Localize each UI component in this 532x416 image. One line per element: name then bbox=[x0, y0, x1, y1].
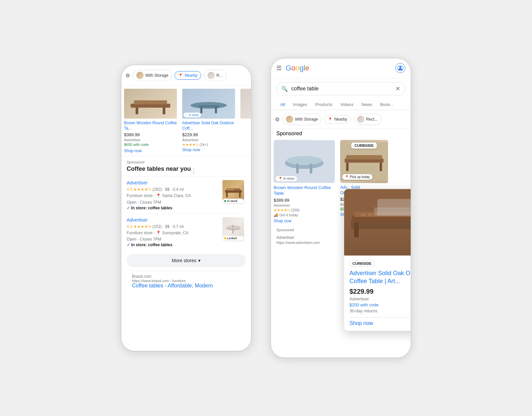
filter-chip-with-storage-left[interactable]: With Storage bbox=[133, 70, 172, 81]
pin-icon-2: 📍 bbox=[345, 175, 349, 179]
chip-label-rect-right: Rect... bbox=[366, 117, 378, 122]
google-g: G bbox=[286, 64, 291, 72]
chip-thumbnail-storage bbox=[136, 72, 144, 79]
right-product-name-1[interactable]: Brown Wooden Round Coffee Table bbox=[274, 185, 335, 196]
stars-store-2: ★★★★½ bbox=[133, 224, 151, 229]
svg-point-18 bbox=[399, 66, 401, 68]
popup-price: $229.99 bbox=[349, 288, 411, 295]
check-icon-2: ✓ bbox=[127, 243, 131, 247]
stars-store-1: ★★★★½ bbox=[133, 187, 151, 192]
product-seller-2: Advertiser bbox=[182, 138, 235, 142]
section-title-row: Coffee tables near you ⋮ bbox=[127, 165, 246, 176]
svg-rect-28 bbox=[346, 163, 348, 171]
store-location-2: Sunnyvale, CA bbox=[162, 231, 188, 235]
svg-rect-12 bbox=[227, 189, 230, 190]
more-options-icon[interactable]: ⋮ bbox=[191, 167, 197, 175]
tab-videos[interactable]: Videos bbox=[336, 99, 357, 110]
section-title: Coffee tables near you bbox=[127, 165, 191, 172]
store-name-1[interactable]: Advertiser bbox=[127, 180, 219, 185]
popup-seller: Advertiser bbox=[349, 296, 411, 301]
filter-icon-right[interactable]: ⚙ bbox=[275, 116, 280, 123]
shop-now-btn-2[interactable]: Shop now bbox=[182, 148, 235, 152]
product-image-3 bbox=[240, 89, 251, 119]
product-card-1: Brown Wooden Round Coffee Ta... $389.99 … bbox=[121, 86, 180, 156]
svg-rect-10 bbox=[226, 193, 228, 197]
right-product-image-1: 📍 In store bbox=[274, 140, 335, 183]
right-shop-btn-1[interactable]: Shop now bbox=[274, 219, 335, 223]
popup-badge-row: CURBSIDE bbox=[349, 260, 411, 267]
filter-chip-nearby-right[interactable]: 📍 Nearby bbox=[324, 115, 351, 124]
distance-sep-2: · bbox=[171, 224, 173, 229]
in-store-pill-1: 📍 In store bbox=[276, 176, 297, 181]
pin-icon-1: 📍 bbox=[278, 177, 282, 180]
chip-label-r: R... bbox=[216, 73, 223, 78]
store-name-2[interactable]: Advertiser bbox=[127, 217, 219, 223]
left-phone: ⚙ With Storage 📍 Nearby R... bbox=[121, 65, 251, 351]
popup-shop-btn[interactable]: Shop now bbox=[349, 320, 411, 326]
store-hours-1: Open · Closes 7PM bbox=[127, 200, 161, 205]
tab-products[interactable]: Products bbox=[311, 99, 336, 110]
shop-now-btn-1[interactable]: Shop now bbox=[124, 149, 177, 153]
filter-chip-r-left[interactable]: R... bbox=[204, 70, 226, 81]
popup-title[interactable]: Advertiser Solid Oak Outdoor Coffee Tabl… bbox=[349, 269, 411, 285]
right-phone: ☰ Google 🔍 coffee table ✕ Al bbox=[271, 58, 411, 358]
filter-chip-nearby-left[interactable]: 📍 Nearby bbox=[175, 71, 201, 80]
svg-rect-23 bbox=[296, 164, 299, 173]
filter-chip-with-storage-right[interactable]: With Storage bbox=[282, 114, 322, 125]
store-image-wrap-1: In stock bbox=[222, 180, 246, 203]
product-card-3 bbox=[238, 86, 251, 156]
svg-rect-16 bbox=[232, 229, 233, 234]
footer-domain: Brand.com bbox=[132, 274, 240, 279]
curbside-pill: CURBSIDE bbox=[351, 143, 377, 149]
filter-chip-rect-right[interactable]: Rect... bbox=[353, 114, 381, 125]
pickup-text: Pick up today bbox=[350, 175, 370, 179]
product-price-2: $229.99 bbox=[182, 132, 235, 137]
sponsored-text-right: Sponsored bbox=[276, 131, 302, 136]
product-name-1[interactable]: Brown Wooden Round Coffee Ta... bbox=[124, 121, 177, 131]
sponsored-label-right: Sponsored bbox=[271, 129, 411, 137]
store-stock-2: ✓ In store: coffee tables bbox=[127, 243, 219, 247]
tab-images[interactable]: Images bbox=[289, 99, 311, 110]
distance-2: 0.7 mi bbox=[173, 224, 184, 229]
right-product-image-2: CURBSIDE 📍 Pick up today bbox=[340, 140, 388, 183]
svg-rect-11 bbox=[239, 193, 241, 197]
stock-status-2: Limited bbox=[227, 237, 237, 240]
in-store-text-1: In store bbox=[283, 177, 294, 180]
more-stores-button[interactable]: More stores ▾ bbox=[127, 254, 246, 267]
tab-news[interactable]: News bbox=[357, 99, 376, 110]
footer-title[interactable]: Coffee tables - Affordable, Modern bbox=[132, 283, 240, 289]
user-avatar[interactable] bbox=[395, 63, 405, 73]
top-bar-right: ☰ Google bbox=[271, 58, 411, 78]
top-bar-right-user bbox=[395, 63, 405, 73]
search-clear-icon[interactable]: ✕ bbox=[395, 85, 400, 92]
popup-returns: 30-day returns bbox=[349, 308, 411, 313]
popup-content: CURBSIDE Advertiser Solid Oak Outdoor Co… bbox=[344, 256, 411, 331]
stars-2: ★★★★½ bbox=[182, 143, 199, 147]
search-bar[interactable]: 🔍 coffee table ✕ bbox=[276, 82, 405, 95]
stock-dot-yellow bbox=[224, 237, 226, 239]
popup-promo: $200 with code bbox=[349, 302, 411, 307]
filter-icon[interactable]: ⚙ bbox=[125, 72, 130, 79]
nearby-section: Sponsored Coffee tables near you ⋮ Adver… bbox=[121, 156, 251, 296]
review-store-2: (152) bbox=[152, 224, 162, 229]
more-stores-label: More stores bbox=[172, 258, 197, 263]
stock-text-2: In store: coffee tables bbox=[131, 243, 172, 247]
hamburger-icon[interactable]: ☰ bbox=[276, 64, 282, 72]
phone-footer-left: Brand.com https://www.brand.com › furnit… bbox=[127, 270, 246, 292]
google-o2: o bbox=[295, 64, 299, 72]
svg-rect-5 bbox=[199, 105, 219, 107]
store-type-1: Furniture store bbox=[127, 193, 153, 198]
tab-all[interactable]: All bbox=[276, 99, 289, 110]
svg-rect-27 bbox=[346, 155, 382, 159]
distance-1: 0.4 mi bbox=[173, 187, 184, 192]
product-name-2[interactable]: Advertiser Solid Oak Outdoor Coff... bbox=[182, 121, 235, 131]
footer-url: https://www.brand.com › furniture bbox=[132, 279, 240, 283]
search-icon: 🔍 bbox=[281, 86, 288, 92]
right-product-delivery-1: 🚚 Get it today bbox=[274, 213, 335, 217]
svg-rect-7 bbox=[215, 107, 217, 113]
store-image-wrap-2: Limited bbox=[222, 217, 246, 241]
filter-bar-right: ⚙ With Storage 📍 Nearby Rect... bbox=[271, 110, 411, 129]
rating-2: 4.3 bbox=[127, 224, 132, 229]
svg-rect-24 bbox=[310, 164, 312, 173]
tab-book[interactable]: Book... bbox=[376, 99, 397, 110]
